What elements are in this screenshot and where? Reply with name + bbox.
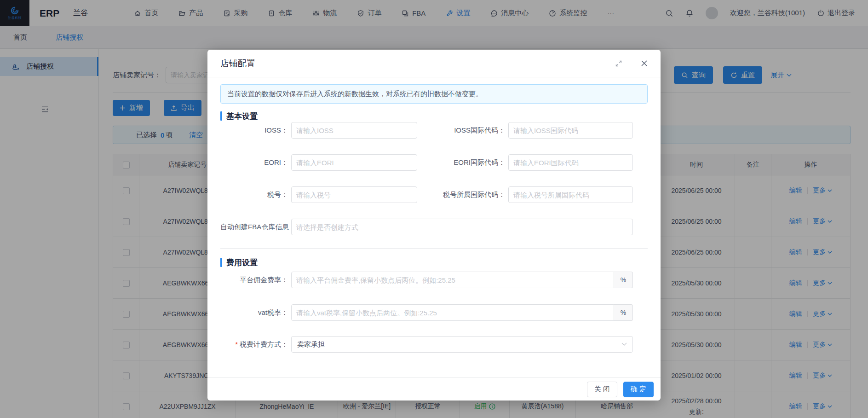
dialog-title: 店铺配置 — [220, 58, 255, 70]
ioss-input[interactable] — [291, 122, 417, 139]
dialog-header: 店铺配置 — [207, 50, 661, 77]
eori-code-input[interactable] — [508, 154, 633, 171]
ioss-code-input[interactable] — [508, 122, 633, 139]
confirm-button[interactable]: 确 定 — [623, 382, 654, 397]
close-icon — [641, 60, 648, 67]
fba-warehouse-select[interactable] — [291, 219, 633, 235]
tax-no-input[interactable] — [291, 186, 417, 203]
dialog-footer: 关 闭 确 定 — [207, 377, 661, 401]
chevron-down-icon — [621, 343, 627, 346]
store-config-dialog: 店铺配置 当前设置的数据仅对保存后进入系统的新数据生效，对系统已有的旧数据不做变… — [207, 50, 661, 401]
dialog-fullscreen-button[interactable] — [615, 60, 622, 67]
tax-billing-mode-label: *税费计费方式： — [220, 340, 288, 349]
percent-addon: % — [614, 304, 633, 321]
vat-rate-input[interactable] — [291, 304, 614, 321]
required-asterisk: * — [235, 340, 238, 348]
tax-no-code-input[interactable] — [508, 186, 633, 203]
section-accent-bar — [220, 111, 222, 121]
basic-settings-section-title: 基本设置 — [220, 111, 648, 121]
percent-addon: % — [614, 272, 633, 288]
dialog-close-button[interactable] — [641, 60, 648, 67]
tax-no-label: 税号： — [220, 191, 288, 199]
expand-icon — [615, 60, 622, 67]
ioss-label: IOSS： — [220, 126, 288, 135]
tax-billing-mode-select[interactable]: 卖家承担 — [291, 336, 633, 353]
section-divider — [220, 248, 648, 249]
eori-input[interactable] — [291, 154, 417, 171]
close-button[interactable]: 关 闭 — [587, 382, 617, 397]
eori-label: EORI： — [220, 158, 288, 167]
info-alert: 当前设置的数据仅对保存后进入系统的新数据生效，对系统已有的旧数据不做变更。 — [220, 84, 648, 104]
section-accent-bar — [220, 258, 222, 267]
vat-rate-label: vat税率： — [220, 308, 288, 317]
commission-rate-input[interactable] — [291, 272, 614, 288]
eori-code-label: EORI国际代码： — [417, 158, 505, 167]
dialog-body: 当前设置的数据仅对保存后进入系统的新数据生效，对系统已有的旧数据不做变更。 基本… — [207, 77, 661, 377]
tax-no-code-label: 税号所属国际代码： — [417, 191, 505, 199]
fee-settings-section-title: 费用设置 — [220, 258, 648, 267]
commission-rate-label: 平台佣金费率： — [220, 276, 288, 284]
ioss-code-label: IOSS国际代码： — [417, 126, 505, 135]
tax-billing-mode-value: 卖家承担 — [297, 340, 325, 349]
fba-warehouse-label: 自动创建FBA仓库信息： — [220, 223, 288, 232]
